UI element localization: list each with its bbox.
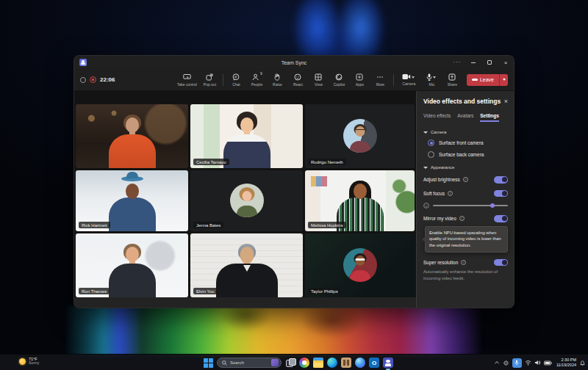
apps-button[interactable]: Apps <box>350 73 370 87</box>
more-icon <box>376 73 384 81</box>
copilot-app-icon[interactable] <box>355 358 365 368</box>
search-placeholder: Search <box>230 360 268 365</box>
window-title: Team Sync <box>74 60 514 65</box>
radio-front-camera[interactable]: Surface front camera <box>428 139 508 146</box>
leave-dropdown-button[interactable] <box>499 74 508 86</box>
video-tile[interactable]: Melissa Hopkins <box>305 170 415 231</box>
chat-button[interactable]: Chat <box>226 73 246 87</box>
window-more-button[interactable]: ··· <box>449 56 465 69</box>
task-view-button[interactable] <box>285 358 295 368</box>
participant-name: Taylor Phillips <box>308 288 341 294</box>
more-button[interactable]: More <box>370 73 390 87</box>
edge-browser-icon[interactable] <box>327 358 337 368</box>
mic-button[interactable]: Mic <box>422 73 442 87</box>
toolbar-divider <box>223 74 223 86</box>
mirror-video-toggle[interactable] <box>494 215 508 222</box>
video-tile[interactable]: Taylor Phillips <box>305 233 415 297</box>
video-tile[interactable] <box>76 104 188 168</box>
tray-chevron-up-icon[interactable] <box>494 360 500 366</box>
video-effects-settings-panel: Video effects and settings × Video effec… <box>416 91 514 308</box>
radio-back-camera[interactable]: Surface back camera <box>428 151 508 158</box>
view-button[interactable]: View <box>309 73 329 87</box>
panel-close-icon[interactable]: × <box>504 98 508 104</box>
camera-dropdown-icon[interactable] <box>412 76 415 79</box>
super-resolution-toggle[interactable] <box>494 259 508 266</box>
teams-meeting-window: Team Sync ··· × 22:06 Take control <box>74 55 514 308</box>
meeting-timer: 22:06 <box>100 76 115 83</box>
participant-name: Melissa Hopkins <box>308 222 346 228</box>
window-maximize-button[interactable] <box>481 56 498 69</box>
avatar <box>230 184 264 217</box>
pop-out-button[interactable]: Pop out <box>200 73 220 87</box>
volume-icon[interactable] <box>534 360 541 366</box>
sun-icon <box>19 358 26 365</box>
clock[interactable]: 2:30 PM 11/19/2024 <box>556 358 576 367</box>
hang-up-icon <box>472 79 478 81</box>
timer-icon <box>80 77 86 83</box>
info-icon[interactable]: i <box>461 260 466 265</box>
file-explorer-icon[interactable] <box>313 358 323 368</box>
search-input[interactable]: Search <box>217 358 282 368</box>
tray-microphone-indicator[interactable] <box>512 358 522 368</box>
camera-button[interactable]: Camera <box>397 73 421 86</box>
clock-date: 11/19/2024 <box>556 363 576 368</box>
adjust-brightness-toggle[interactable] <box>494 176 508 184</box>
take-control-button[interactable]: Take control <box>175 73 199 87</box>
people-icon <box>252 73 259 81</box>
window-close-button[interactable]: × <box>498 56 514 69</box>
video-tile[interactable]: Rodrigo Nemeth <box>305 104 415 168</box>
radio-selected-icon[interactable] <box>428 139 434 146</box>
info-icon[interactable]: i <box>448 191 453 196</box>
appearance-section-header[interactable]: Appearance <box>423 165 508 170</box>
hat <box>121 176 143 181</box>
share-icon <box>448 73 456 81</box>
share-button[interactable]: Share <box>442 73 462 87</box>
view-icon <box>315 73 322 81</box>
info-icon[interactable]: i <box>463 177 468 182</box>
search-highlight-icon[interactable] <box>271 359 279 366</box>
soft-focus-slider[interactable] <box>433 205 508 206</box>
face-icon <box>423 203 429 208</box>
microphone-icon <box>514 360 519 366</box>
people-button[interactable]: 9 People <box>247 73 267 87</box>
mic-icon <box>426 73 432 81</box>
notification-bell-icon[interactable] <box>579 360 586 366</box>
panel-title: Video effects and settings <box>423 98 501 105</box>
window-minimize-button[interactable] <box>465 56 481 69</box>
photos-app-icon[interactable] <box>299 358 309 368</box>
recording-icon <box>90 76 96 83</box>
weather-widget[interactable]: 71°F Sunny <box>19 357 39 366</box>
wifi-icon[interactable] <box>525 360 531 366</box>
avatar <box>343 248 377 282</box>
leave-button[interactable]: Leave <box>467 74 508 86</box>
video-tile[interactable]: Elvin Yoo <box>190 233 303 297</box>
raise-hand-button[interactable]: Raise <box>268 73 287 87</box>
start-button[interactable] <box>204 358 213 368</box>
tab-avatars[interactable]: Avatars <box>457 113 473 122</box>
video-tile[interactable]: Ron Thames <box>76 233 188 297</box>
video-tile[interactable]: Rick Hartnett <box>76 170 188 231</box>
avatar <box>343 119 377 153</box>
mic-dropdown-icon[interactable] <box>433 76 436 79</box>
clock-time: 2:30 PM <box>556 358 576 363</box>
pop-out-icon <box>206 73 213 81</box>
take-control-icon <box>183 73 191 81</box>
video-tile[interactable]: Cecilia Tamayo <box>190 104 303 168</box>
slider-thumb[interactable] <box>490 203 495 208</box>
tab-settings[interactable]: Settings <box>480 113 499 122</box>
video-tile[interactable]: Jenna Bates <box>190 170 303 231</box>
soft-focus-toggle[interactable] <box>494 190 508 197</box>
battery-icon[interactable] <box>544 360 552 366</box>
tray-settings-icon[interactable] <box>503 360 509 366</box>
teams-app-icon[interactable] <box>383 358 393 368</box>
radio-unselected-icon[interactable] <box>428 151 434 158</box>
titlebar: Team Sync ··· × <box>74 56 514 69</box>
info-icon[interactable]: i <box>459 216 465 221</box>
outlook-app-icon[interactable] <box>369 358 379 368</box>
react-button[interactable]: React <box>288 73 308 87</box>
system-tray: 2:30 PM 11/19/2024 <box>494 355 586 370</box>
office-app-icon[interactable] <box>341 358 351 368</box>
tab-video-effects[interactable]: Video effects <box>423 113 451 122</box>
copilot-button[interactable]: Copilot <box>329 73 349 87</box>
camera-section-header[interactable]: Camera <box>423 130 508 134</box>
